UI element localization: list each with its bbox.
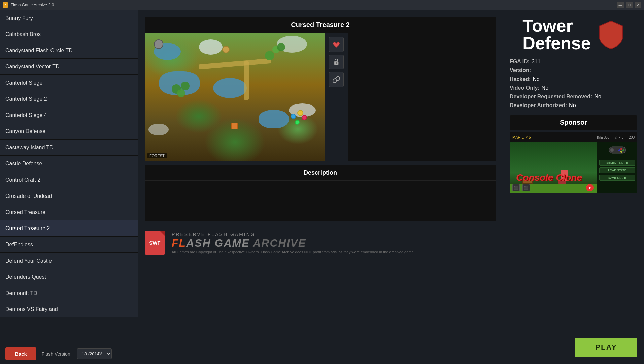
sidebar-list[interactable]: Bunny FuryCalabash BrosCandystand Flash …	[0, 10, 138, 343]
sponsor-load-state[interactable]: LOAD STATE	[599, 167, 635, 173]
screenshot-label: FOREST	[147, 153, 167, 158]
favorite-button[interactable]	[329, 37, 344, 52]
sidebar-footer: Back Flash Version: 13 (2014)*11 (2012)3…	[0, 343, 138, 364]
sidebar-item-demonrift-td[interactable]: Demonrift TD	[0, 285, 138, 301]
dev-requested-label: Developer Requested Removed:	[510, 94, 592, 100]
game-screenshot: FOREST	[145, 33, 325, 161]
main-container: Bunny FuryCalabash BrosCandystand Flash …	[0, 10, 644, 364]
sponsor-section: Sponsor MARIO × 5 TIME 356 ☆ × 0 200 Con…	[510, 115, 637, 193]
svg-point-10	[620, 151, 622, 153]
sidebar-item-canyon-defense[interactable]: Canyon Defense	[0, 123, 138, 140]
tower-defense-header: TowerDefense	[510, 17, 637, 52]
hacked-label: Hacked:	[510, 76, 531, 82]
sidebar-item-defendless[interactable]: DefEndless	[0, 237, 138, 253]
titlebar-controls: — □ ✕	[617, 2, 641, 8]
sponsor-title: Sponsor	[510, 115, 637, 130]
close-button[interactable]: ✕	[635, 2, 641, 8]
game-content-row: FOREST	[145, 33, 496, 161]
sidebar-item-candystand-vector-td[interactable]: Candystand Vector TD	[0, 59, 138, 75]
shield-icon	[598, 19, 624, 50]
svg-text:F: F	[5, 4, 6, 7]
sidebar-item-bunny-fury[interactable]: Bunny Fury	[0, 10, 138, 26]
svg-point-3	[336, 62, 337, 64]
dev-authorized-label: Developer Authorized:	[510, 102, 567, 109]
fga-id-label: FGA ID:	[510, 59, 530, 65]
titlebar: F Flash Game Archive 2.0 — □ ✕	[0, 0, 644, 10]
sidebar-item-canterlot-siege-4[interactable]: Canterlot Siege 4	[0, 107, 138, 123]
minimize-button[interactable]: —	[617, 2, 624, 8]
lock-button[interactable]	[329, 55, 344, 69]
description-content	[145, 181, 496, 221]
version-row: Version:	[510, 67, 637, 73]
fga-id-value: 311	[532, 59, 541, 65]
sponsor-image[interactable]: MARIO × 5 TIME 356 ☆ × 0 200 Console Clo…	[510, 132, 637, 193]
sidebar-item-defenders-quest[interactable]: Defenders Quest	[0, 269, 138, 285]
sidebar-item-castaway-island-td[interactable]: Castaway Island TD	[0, 140, 138, 156]
content-area: Cursed Treasure 2	[138, 10, 503, 364]
titlebar-title: Flash Game Archive 2.0	[11, 3, 617, 7]
maximize-button[interactable]: □	[626, 2, 633, 8]
video-only-label: Video Only:	[510, 85, 540, 91]
flash-version-label: Flash Version:	[42, 351, 72, 357]
fga-small-text: All Games are Copyright of Their Respect…	[172, 250, 415, 254]
sponsor-icon-1: ⬛	[512, 184, 520, 191]
flash-version-select[interactable]: 13 (2014)*11 (2012)32 (2020)	[77, 348, 112, 359]
sidebar-item-calabash-bros[interactable]: Calabash Bros	[0, 26, 138, 42]
description-panel: Description	[145, 165, 496, 221]
sponsor-select-state[interactable]: SELECT STATE	[599, 160, 635, 166]
fga-id-row: FGA ID: 311	[510, 59, 637, 65]
sponsor-bottom-icons: ⬛ ⬛	[512, 184, 530, 191]
sidebar-item-control-craft-2[interactable]: Control Craft 2	[0, 172, 138, 188]
link-button[interactable]	[329, 72, 344, 87]
sidebar-item-canterlot-siege-2[interactable]: Canterlot Siege 2	[0, 91, 138, 107]
back-button[interactable]: Back	[5, 347, 36, 360]
game-panel: Cursed Treasure 2	[145, 17, 496, 161]
fga-main-text: FLASH GAME ARCHIVE	[172, 237, 415, 249]
dev-authorized-row: Developer Authorized: No	[510, 102, 637, 109]
sidebar-item-cursed-treasure-2[interactable]: Cursed Treasure 2	[0, 220, 138, 237]
sidebar-item-castle-defense[interactable]: Castle Defense	[0, 156, 138, 172]
hacked-value: No	[533, 76, 539, 82]
svg-rect-6	[610, 149, 614, 151]
game-actions	[325, 33, 348, 161]
sidebar-item-defend-your-castle[interactable]: Defend Your Castle	[0, 253, 138, 269]
sidebar-item-demons-vs-fairyland[interactable]: Demons VS Fairyland	[0, 301, 138, 317]
swf-icon: SWF	[145, 231, 165, 255]
description-title: Description	[145, 165, 496, 181]
dev-requested-value: No	[594, 94, 601, 100]
sponsor-bottom-icons-right: ●	[586, 184, 594, 191]
fga-flash-text: FL	[172, 237, 186, 249]
swf-label: SWF	[149, 240, 160, 246]
sponsor-icon-2: ⬛	[522, 184, 530, 191]
sponsor-icon-3: ●	[586, 184, 594, 191]
console-clone-text: Console Clone	[516, 172, 582, 183]
controller-icon-area	[599, 144, 635, 156]
app-icon: F	[3, 2, 8, 8]
sponsor-save-state[interactable]: SAVE STATE	[599, 175, 635, 181]
game-title: Cursed Treasure 2	[145, 17, 496, 33]
svg-point-8	[622, 149, 624, 151]
hacked-row: Hacked: No	[510, 76, 637, 82]
video-only-value: No	[542, 85, 548, 91]
right-sidebar: TowerDefense FGA ID: 311 Version: Hacked…	[503, 10, 644, 364]
sidebar-item-cursed-treasure[interactable]: Cursed Treasure	[0, 204, 138, 220]
play-button[interactable]: PLAY	[575, 338, 637, 357]
sidebar-item-crusade-of-undead[interactable]: Crusade of Undead	[0, 188, 138, 204]
sponsor-mario-indicator: MARIO × 5	[512, 135, 531, 139]
tower-defense-title: TowerDefense	[522, 17, 590, 52]
sponsor-side-panel: SELECT STATE LOAD STATE SAVE STATE	[597, 142, 637, 193]
sidebar-item-canterlot-siege[interactable]: Canterlot Siege	[0, 75, 138, 91]
fga-text-logo: PRESERVE FLASH GAMING FLASH GAME ARCHIVE…	[172, 232, 415, 254]
fga-logo: SWF PRESERVE FLASH GAMING FLASH GAME ARC…	[145, 225, 496, 260]
game-info: FGA ID: 311 Version: Hacked: No Video On…	[510, 59, 637, 109]
sidebar-item-candystand-flash-circle-td[interactable]: Candystand Flash Circle TD	[0, 42, 138, 59]
video-only-row: Video Only: No	[510, 85, 637, 91]
fga-preserve-text: PRESERVE FLASH GAMING	[172, 232, 415, 237]
dev-authorized-value: No	[569, 102, 576, 109]
svg-point-9	[618, 149, 620, 151]
svg-point-7	[620, 148, 622, 150]
sidebar: Bunny FuryCalabash BrosCandystand Flash …	[0, 10, 138, 364]
dev-requested-row: Developer Requested Removed: No	[510, 94, 637, 100]
version-label: Version:	[510, 67, 531, 73]
sponsor-top-bar: MARIO × 5 TIME 356 ☆ × 0 200	[510, 132, 637, 142]
